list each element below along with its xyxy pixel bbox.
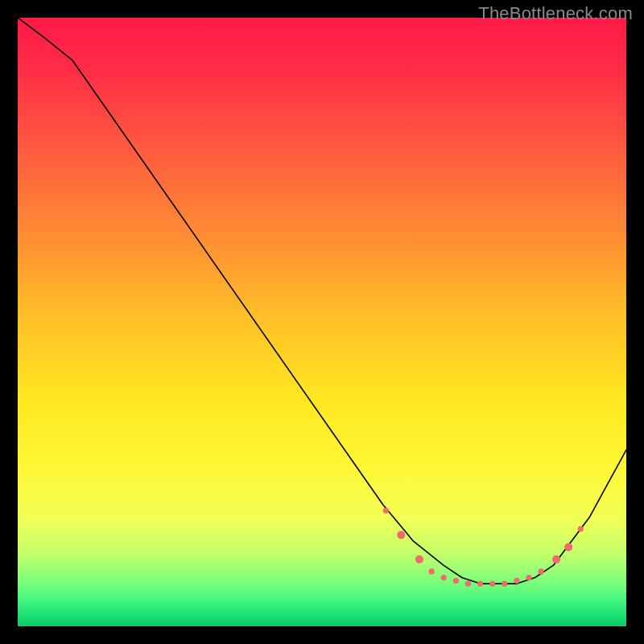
chart-stage: TheBottleneck.com bbox=[0, 0, 644, 644]
marker-point bbox=[465, 580, 471, 586]
marker-point bbox=[552, 555, 560, 564]
plot-area bbox=[18, 18, 626, 626]
marker-point bbox=[526, 575, 531, 580]
bottleneck-curve bbox=[18, 18, 626, 584]
marker-point bbox=[453, 578, 459, 584]
marker-point bbox=[477, 580, 483, 586]
marker-point bbox=[502, 580, 507, 586]
marker-point bbox=[578, 526, 584, 531]
gradient-background bbox=[18, 18, 626, 626]
chart-svg bbox=[18, 18, 626, 626]
marker-point bbox=[489, 580, 495, 586]
marker-point bbox=[415, 555, 423, 564]
marker-point bbox=[564, 543, 572, 551]
marker-point bbox=[539, 568, 544, 574]
marker-point bbox=[383, 508, 389, 514]
marker-point bbox=[428, 568, 434, 574]
marker-point bbox=[514, 578, 519, 584]
marker-point bbox=[441, 575, 447, 580]
curve-markers bbox=[383, 508, 584, 587]
marker-point bbox=[397, 531, 405, 539]
attribution-text: TheBottleneck.com bbox=[478, 3, 633, 24]
